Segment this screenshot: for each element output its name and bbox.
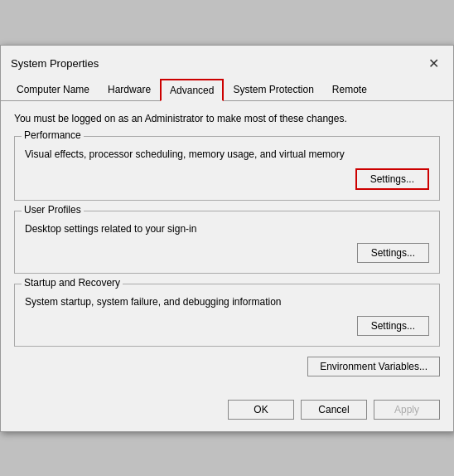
- startup-recovery-label: Startup and Recovery: [22, 277, 123, 289]
- system-properties-window: System Properties ✕ Computer Name Hardwa…: [0, 45, 454, 432]
- startup-recovery-settings-button[interactable]: Settings...: [357, 316, 429, 336]
- tab-hardware[interactable]: Hardware: [99, 79, 160, 100]
- footer-buttons: OK Cancel Apply: [1, 393, 453, 431]
- tab-system-protection[interactable]: System Protection: [224, 79, 322, 100]
- admin-notice: You must be logged on as an Administrato…: [14, 113, 440, 124]
- environment-variables-button[interactable]: Environment Variables...: [307, 357, 440, 376]
- cancel-button[interactable]: Cancel: [301, 400, 367, 420]
- apply-button[interactable]: Apply: [374, 400, 440, 420]
- tab-computer-name[interactable]: Computer Name: [7, 79, 99, 100]
- ok-button[interactable]: OK: [228, 400, 294, 420]
- close-button[interactable]: ✕: [423, 54, 443, 74]
- performance-text: Visual effects, processor scheduling, me…: [25, 148, 429, 160]
- tab-advanced[interactable]: Advanced: [160, 79, 224, 101]
- startup-recovery-section: Startup and Recovery System startup, sys…: [14, 284, 440, 347]
- tab-remote[interactable]: Remote: [323, 79, 376, 100]
- tabs-bar: Computer Name Hardware Advanced System P…: [1, 75, 453, 101]
- window-title: System Properties: [11, 57, 99, 70]
- performance-btn-row: Settings...: [25, 168, 429, 190]
- performance-label: Performance: [22, 129, 84, 141]
- performance-settings-button[interactable]: Settings...: [355, 168, 429, 190]
- main-content: You must be logged on as an Administrato…: [1, 101, 453, 393]
- user-profiles-label: User Profiles: [22, 204, 84, 216]
- env-variables-row: Environment Variables...: [14, 357, 440, 381]
- title-bar: System Properties ✕: [1, 46, 453, 75]
- user-profiles-btn-row: Settings...: [25, 243, 429, 263]
- user-profiles-section: User Profiles Desktop settings related t…: [14, 211, 440, 274]
- performance-section: Performance Visual effects, processor sc…: [14, 136, 440, 201]
- startup-recovery-text: System startup, system failure, and debu…: [25, 296, 429, 308]
- user-profiles-text: Desktop settings related to your sign-in: [25, 223, 429, 235]
- user-profiles-settings-button[interactable]: Settings...: [357, 243, 429, 263]
- startup-recovery-btn-row: Settings...: [25, 316, 429, 336]
